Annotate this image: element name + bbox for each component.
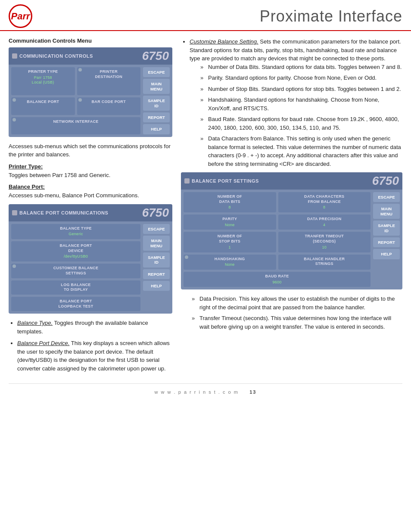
balance-port-comm-menu: BALANCE TYPE Generic BALANCE PORTDEVICE … <box>11 224 140 311</box>
bps-handshaking-value: None <box>186 262 274 268</box>
arrow-transfer-timeout: Transfer Timeout (seconds). This value d… <box>192 314 402 331</box>
arrow-data-chars: Data Characters from Balance. This setti… <box>200 134 402 168</box>
customize-balance-row: CUSTOMIZE BALANCESETTINGS <box>11 264 140 278</box>
arrow-parity: Parity. Standard options for parity. Cho… <box>200 74 402 82</box>
bps-balance-handler[interactable]: BALANCE HANDLERSTRINGS <box>278 255 371 270</box>
bps-buttons: ESCAPE MAINMENU SAMPLEID REPORT HELP <box>373 192 400 287</box>
arrow-handshaking: Handshaking. Standard options for handsh… <box>200 96 402 112</box>
bpc-sample-id-button[interactable]: SAMPLEID <box>143 252 170 268</box>
bps-handshaking[interactable]: HANDSHAKING None <box>184 255 276 270</box>
balance-port-comm-panel: BALANCE PORT COMMUNICATIONS 6750 BALANCE… <box>9 204 172 314</box>
loopback-row: BALANCE PORTLOOPBACK TEST <box>11 297 140 311</box>
bps-help-button[interactable]: HELP <box>373 249 400 259</box>
balance-port-device-value: /dev/ttyUSB0 <box>14 254 138 259</box>
footer-page-number: 13 <box>249 389 256 395</box>
main-content: Communication Controls Menu COMMUNICATIO… <box>0 31 411 383</box>
bpc-escape-button[interactable]: ESCAPE <box>143 224 170 234</box>
bps-stop-bits-value: 1 <box>186 245 274 250</box>
bps-data-chars-balance[interactable]: DATA CHARACTERSFROM BALANCE 8 <box>278 192 371 212</box>
bps-row-1: NUMBER OFDATA BITS 8 DATA CHARACTERSFROM… <box>184 192 371 212</box>
balance-type-item[interactable]: BALANCE TYPE Generic <box>11 224 140 239</box>
help-button[interactable]: HELP <box>143 124 170 134</box>
bpc-main-menu-button[interactable]: MAINMENU <box>143 236 170 251</box>
bps-precision-value: 4 <box>281 223 368 228</box>
printer-type-item[interactable]: PRINTER TYPE Parr 1758Local (USB) <box>11 67 75 95</box>
printer-type-value: Parr 1758Local (USB) <box>14 75 72 85</box>
bpc-help-button[interactable]: HELP <box>143 281 170 291</box>
menu-row-1: PRINTER TYPE Parr 1758Local (USB) PRINTE… <box>11 67 140 95</box>
bps-parity[interactable]: PARITY None <box>184 215 276 230</box>
customize-balance-icon <box>12 264 16 268</box>
page-header: Parr Proximate Interface <box>0 0 411 31</box>
bar-code-icon <box>78 98 82 102</box>
customize-balance-bullet: Customize Balance Setting. Sets the comm… <box>190 37 402 168</box>
bps-report-button[interactable]: REPORT <box>373 237 400 247</box>
page-footer: w w w . p a r r i n s t . c o m 13 <box>0 386 411 398</box>
log-balance-item[interactable]: LOG BALANCETO DISPLAY <box>11 280 140 295</box>
balance-port-comm-buttons: ESCAPE MAINMENU SAMPLEID REPORT HELP <box>143 224 170 311</box>
bps-main-menu-button[interactable]: MAINMENU <box>373 204 400 219</box>
comm-controls-panel-body: PRINTER TYPE Parr 1758Local (USB) PRINTE… <box>9 65 172 137</box>
balance-type-row: BALANCE TYPE Generic <box>11 224 140 239</box>
bar-code-port-item[interactable]: BAR CODE PORT <box>77 97 141 115</box>
balance-port-item[interactable]: BALANCE PORT <box>11 97 75 115</box>
comm-controls-panel-title: COMMUNICATION CONTROLS <box>12 53 93 59</box>
balance-port-comm-title: BALANCE PORT COMMUNICATIONS <box>12 210 108 215</box>
balance-port-comm-body: BALANCE TYPE Generic BALANCE PORTDEVICE … <box>9 221 172 314</box>
comm-controls-menu: PRINTER TYPE Parr 1758Local (USB) PRINTE… <box>11 67 140 134</box>
bps-parity-value: None <box>186 223 274 228</box>
balance-port-settings-panel: BALANCE PORT SETTINGS 6750 NUMBER OFDATA… <box>181 172 402 289</box>
network-icon <box>12 118 16 121</box>
balance-port-device-item[interactable]: BALANCE PORTDEVICE /dev/ttyUSB0 <box>11 241 140 261</box>
bps-transfer-timeout[interactable]: TRANFER TIMEOUT(SECONDS) 10 <box>278 232 371 252</box>
balance-port-text: Accesses sub-menu, Balance Port Communic… <box>9 191 172 200</box>
network-interface-item[interactable]: NETWORK INTERFACE <box>11 117 140 134</box>
balance-port-device-row: BALANCE PORTDEVICE /dev/ttyUSB0 <box>11 241 140 261</box>
printer-type-text: Toggles between Parr 1758 and Generic. <box>9 171 172 180</box>
loopback-item[interactable]: BALANCE PORTLOOPBACK TEST <box>11 297 140 311</box>
bps-panel-icon <box>184 178 190 184</box>
bullet-balance-port-device: Balance Port Device. This key displays a… <box>17 339 172 373</box>
bps-num-data-bits[interactable]: NUMBER OFDATA BITS 8 <box>184 192 276 212</box>
customize-arrow-list: Number of Data Bits. Standard options fo… <box>196 63 402 168</box>
arrow-data-precision: Data Precision. This key allows the user… <box>192 295 402 311</box>
footer-divider <box>9 383 402 384</box>
bps-data-chars-value: 8 <box>281 205 368 210</box>
sample-id-button[interactable]: SAMPLEID <box>143 96 170 111</box>
bullet-balance-type: Balance Type. Toggles through the availa… <box>17 319 172 336</box>
bps-row-4: HANDSHAKING None BALANCE HANDLERSTRINGS <box>184 255 371 270</box>
comm-controls-title: Communication Controls Menu <box>9 37 172 44</box>
bps-panel-body: NUMBER OFDATA BITS 8 DATA CHARACTERSFROM… <box>181 190 402 289</box>
bps-stop-bits[interactable]: NUMBER OFSTOP BITS 1 <box>184 232 276 252</box>
arrow-stop-bits: Number of Stop Bits. Standard options fo… <box>200 85 402 93</box>
report-button[interactable]: REPORT <box>143 112 170 122</box>
bps-panel-title: BALANCE PORT SETTINGS <box>184 178 259 184</box>
bps-panel-header: BALANCE PORT SETTINGS 6750 <box>181 172 402 190</box>
bps-baud-rate[interactable]: BAUD RATE 9600 <box>184 272 371 287</box>
main-menu-button[interactable]: MAINMENU <box>143 79 170 94</box>
comm-controls-buttons: ESCAPE MAINMENU SAMPLEID REPORT HELP <box>143 67 170 134</box>
balance-port-icon <box>12 98 16 102</box>
arrow-baud-rate: Baud Rate. Standard options for baud rat… <box>200 115 402 132</box>
bps-escape-button[interactable]: ESCAPE <box>373 192 400 202</box>
customize-balance-label: Customize Balance Setting. <box>190 38 258 45</box>
balance-type-label: Balance Type. <box>17 320 53 326</box>
right-bullet-list-top: Customize Balance Setting. Sets the comm… <box>181 37 402 168</box>
log-balance-row: LOG BALANCETO DISPLAY <box>11 280 140 295</box>
menu-row-3: NETWORK INTERFACE <box>11 117 140 134</box>
logo-text: Parr <box>11 11 30 22</box>
bps-baud-rate-value: 9600 <box>186 280 368 285</box>
balance-port-subtitle: Balance Port: <box>9 184 172 190</box>
comm-controls-desc: Accesses sub-menus which set the communi… <box>9 142 172 159</box>
customize-balance-item[interactable]: CUSTOMIZE BALANCESETTINGS <box>11 264 140 278</box>
handshaking-icon <box>185 255 188 259</box>
bps-data-precision[interactable]: DATA PRECISION 4 <box>278 215 371 230</box>
page-title: Proximate Interface <box>260 7 402 25</box>
left-bullet-list: Balance Type. Toggles through the availa… <box>9 319 172 373</box>
bps-sample-id-button[interactable]: SAMPLEID <box>373 221 400 236</box>
escape-button[interactable]: ESCAPE <box>143 67 170 77</box>
panel-icon-2 <box>12 210 17 215</box>
balance-port-device-label: Balance Port Device. <box>17 340 69 346</box>
printer-destination-item[interactable]: PRINTERDESTINATION <box>77 67 141 95</box>
bpc-report-button[interactable]: REPORT <box>143 269 170 279</box>
